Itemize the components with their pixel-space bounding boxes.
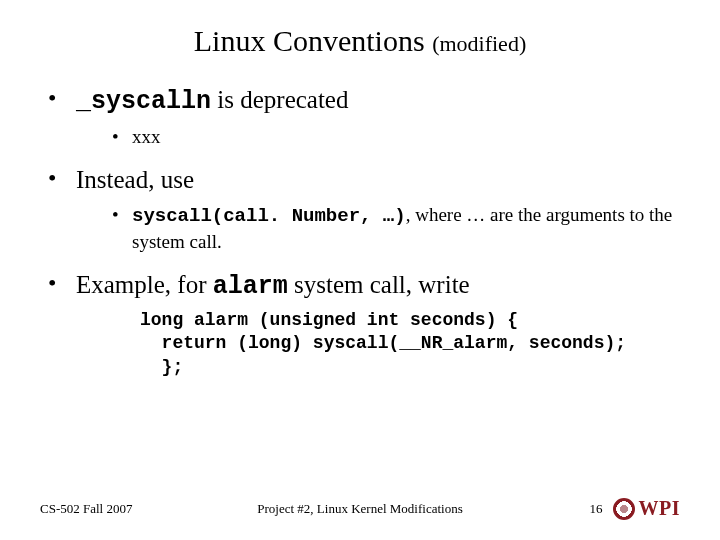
sub-list: syscall(call. Number, …), where … are th…: [76, 202, 680, 255]
code-syscalln: _syscalln: [76, 87, 211, 116]
bullet-example-suffix: system call, write: [288, 271, 470, 298]
bullet-list: _syscalln is deprecated xxx Instead, use…: [40, 86, 680, 379]
title-main: Linux Conventions: [194, 24, 425, 57]
footer: CS-502 Fall 2007 Project #2, Linux Kerne…: [0, 497, 720, 520]
sub-bullet-xxx: xxx: [112, 124, 680, 150]
wpi-seal-icon: [613, 498, 635, 520]
footer-right: 16 WPI: [540, 497, 680, 520]
wpi-logo: WPI: [613, 497, 681, 520]
sub-bullet-syscall: syscall(call. Number, …), where … are th…: [112, 202, 680, 255]
footer-project: Project #2, Linux Kernel Modifications: [180, 501, 540, 517]
bullet-example-prefix: Example, for: [76, 271, 213, 298]
sub-list: xxx: [76, 124, 680, 150]
slide: Linux Conventions (modified) _syscalln i…: [0, 0, 720, 379]
bullet-deprecated-text: is deprecated: [211, 86, 348, 113]
code-block-alarm: long alarm (unsigned int seconds) { retu…: [76, 309, 680, 379]
code-alarm: alarm: [213, 272, 288, 301]
footer-course: CS-502 Fall 2007: [40, 501, 180, 517]
bullet-instead-text: Instead, use: [76, 166, 194, 193]
title-subtitle: (modified): [432, 31, 526, 56]
bullet-deprecated: _syscalln is deprecated xxx: [48, 86, 680, 150]
code-syscall: syscall(call. Number, …): [132, 205, 406, 227]
slide-title: Linux Conventions (modified): [40, 24, 680, 58]
page-number: 16: [590, 501, 603, 517]
bullet-example: Example, for alarm system call, write lo…: [48, 271, 680, 379]
bullet-instead: Instead, use syscall(call. Number, …), w…: [48, 166, 680, 255]
wpi-logo-text: WPI: [639, 497, 681, 520]
